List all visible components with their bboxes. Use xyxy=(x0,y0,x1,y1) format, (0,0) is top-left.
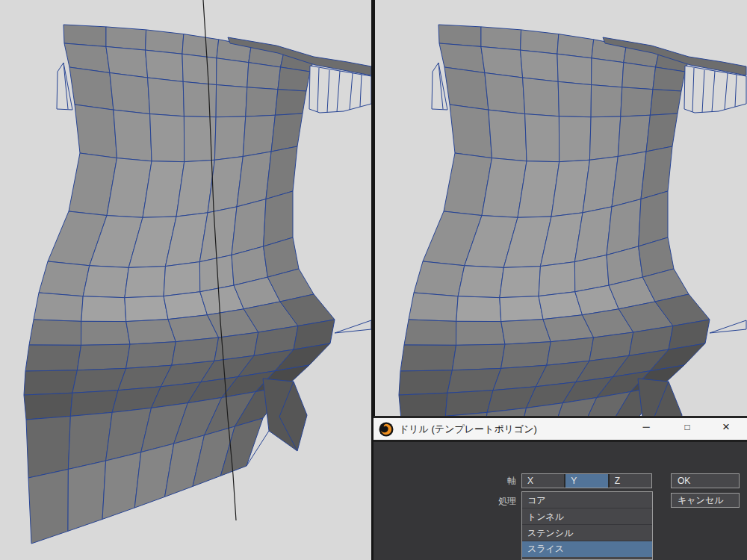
lightwave-logo-icon xyxy=(379,422,394,437)
process-option-2[interactable]: ステンシル xyxy=(522,525,652,541)
process-option-1[interactable]: トンネル xyxy=(522,508,652,525)
cancel-button[interactable]: キャンセル xyxy=(671,493,740,508)
drill-dialog: ドリル (テンプレートポリゴン) ─ □ × 軸 XYZ 処理 コアトンネルステ… xyxy=(374,416,747,560)
process-option-3[interactable]: スライス xyxy=(522,541,652,557)
dialog-body: 軸 XYZ 処理 コアトンネルステンシルスライス サーフェイス Default … xyxy=(374,442,747,560)
minimize-button[interactable]: ─ xyxy=(634,416,658,438)
axis-option-x[interactable]: X xyxy=(522,474,564,488)
mesh-wireframe-left xyxy=(0,0,371,560)
process-option-0[interactable]: コア xyxy=(522,492,652,508)
ok-button[interactable]: OK xyxy=(671,473,740,488)
process-label: 処理 xyxy=(374,494,516,508)
axis-option-z[interactable]: Z xyxy=(610,474,651,488)
maximize-button[interactable]: □ xyxy=(675,416,699,438)
axis-segmented-control: XYZ xyxy=(521,473,652,488)
process-listbox: コアトンネルステンシルスライス xyxy=(521,491,653,560)
minimize-icon: ─ xyxy=(642,421,649,432)
viewport-left[interactable] xyxy=(0,0,371,560)
axis-option-y[interactable]: Y xyxy=(565,474,607,488)
close-icon: × xyxy=(722,420,730,435)
axis-label: 軸 xyxy=(374,473,516,488)
close-button[interactable]: × xyxy=(714,416,738,438)
dialog-title: ドリル (テンプレートポリゴン) xyxy=(399,423,537,436)
maximize-icon: □ xyxy=(684,422,689,432)
